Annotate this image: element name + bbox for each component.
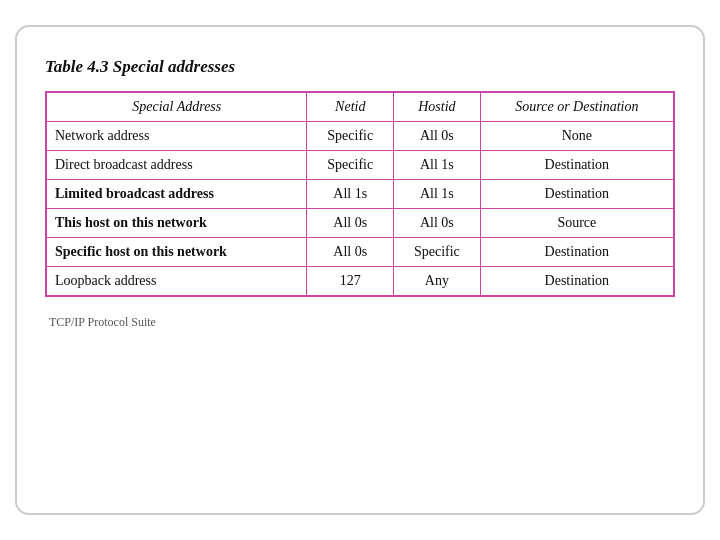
table-row: Specific host on this networkAll 0sSpeci… <box>46 238 674 267</box>
table-cell-3-0: This host on this network <box>46 209 307 238</box>
table-cell-0-1: Specific <box>307 122 394 151</box>
special-addresses-table: Special AddressNetidHostidSource or Dest… <box>45 91 675 297</box>
table-cell-5-1: 127 <box>307 267 394 297</box>
table-body: Network addressSpecificAll 0sNoneDirect … <box>46 122 674 297</box>
table-cell-1-2: All 1s <box>394 151 481 180</box>
table-header-row: Special AddressNetidHostidSource or Dest… <box>46 92 674 122</box>
table-cell-1-1: Specific <box>307 151 394 180</box>
table-header-cell: Netid <box>307 92 394 122</box>
table-cell-4-0: Specific host on this network <box>46 238 307 267</box>
table-row: Loopback address127AnyDestination <box>46 267 674 297</box>
table-header-cell: Hostid <box>394 92 481 122</box>
table-header-cell: Source or Destination <box>480 92 674 122</box>
table-cell-2-2: All 1s <box>394 180 481 209</box>
table-row: Limited broadcast addressAll 1sAll 1sDes… <box>46 180 674 209</box>
table-cell-1-0: Direct broadcast address <box>46 151 307 180</box>
table-title: Table 4.3 Special addresses <box>45 57 675 77</box>
footer-text: TCP/IP Protocol Suite <box>45 315 675 330</box>
table-cell-4-2: Specific <box>394 238 481 267</box>
table-cell-5-2: Any <box>394 267 481 297</box>
table-cell-2-1: All 1s <box>307 180 394 209</box>
main-card: Table 4.3 Special addresses Special Addr… <box>15 25 705 515</box>
table-cell-5-3: Destination <box>480 267 674 297</box>
table-cell-4-3: Destination <box>480 238 674 267</box>
table-cell-5-0: Loopback address <box>46 267 307 297</box>
table-cell-3-1: All 0s <box>307 209 394 238</box>
table-row: This host on this networkAll 0sAll 0sSou… <box>46 209 674 238</box>
table-header-cell: Special Address <box>46 92 307 122</box>
table-cell-0-0: Network address <box>46 122 307 151</box>
table-cell-0-3: None <box>480 122 674 151</box>
table-cell-2-0: Limited broadcast address <box>46 180 307 209</box>
table-cell-3-3: Source <box>480 209 674 238</box>
table-cell-2-3: Destination <box>480 180 674 209</box>
table-cell-4-1: All 0s <box>307 238 394 267</box>
table-cell-1-3: Destination <box>480 151 674 180</box>
table-cell-3-2: All 0s <box>394 209 481 238</box>
table-row: Network addressSpecificAll 0sNone <box>46 122 674 151</box>
table-cell-0-2: All 0s <box>394 122 481 151</box>
table-row: Direct broadcast addressSpecificAll 1sDe… <box>46 151 674 180</box>
